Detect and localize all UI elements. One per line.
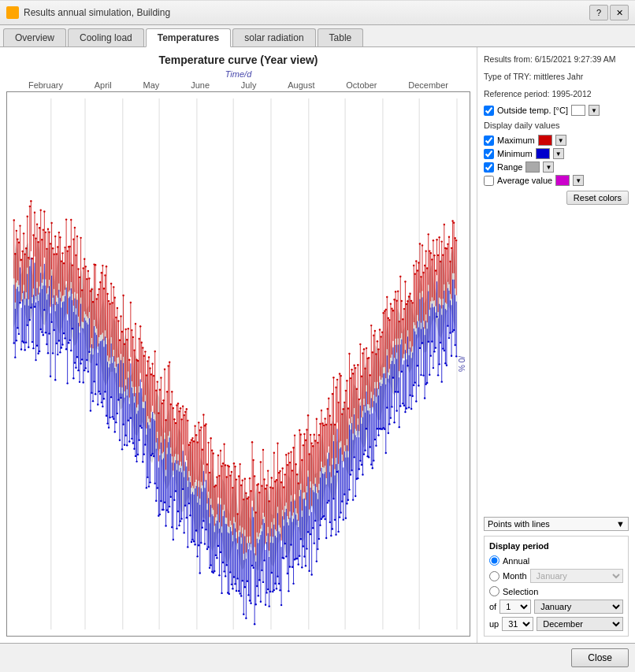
of-label: of	[489, 602, 496, 611]
minimum-row: Minimum ▼	[484, 148, 629, 159]
maximum-checkbox[interactable]	[484, 136, 494, 146]
footer: Close	[0, 643, 635, 672]
tab-solar-radiation[interactable]: solar radiation	[232, 28, 315, 46]
month-dec: December	[408, 80, 448, 90]
tab-overview[interactable]: Overview	[3, 28, 66, 46]
month-radio[interactable]	[489, 571, 499, 581]
display-period-title: Display period	[489, 541, 623, 551]
chart-title: Temperature curve (Year view)	[6, 54, 470, 66]
chart-area: Temperature curve (Year view) Time/d Feb…	[0, 47, 477, 643]
outside-temp-dropdown-btn[interactable]: ▼	[589, 105, 600, 116]
up-value-select[interactable]: 31	[502, 617, 533, 631]
minimum-label: Minimum	[497, 149, 533, 158]
month-jul: July	[241, 80, 257, 90]
app-icon	[6, 6, 19, 19]
average-row: Average value ▼	[484, 175, 629, 186]
annual-label: Annual	[503, 556, 529, 566]
maximum-row: Maximum ▼	[484, 135, 629, 146]
month-radio-row: Month January February	[489, 569, 623, 583]
month-label: Month	[503, 571, 527, 581]
tab-cooling-load[interactable]: Cooling load	[68, 28, 144, 46]
spacer	[484, 210, 629, 512]
chart-type-dropdown[interactable]: Points with lines ▼	[484, 517, 629, 531]
maximum-color-dropdown[interactable]: ▼	[555, 135, 566, 146]
of-month-select[interactable]: January	[534, 600, 623, 614]
right-panel: Results from: 6/15/2021 9:27:39 AM Type …	[477, 47, 635, 643]
maximum-color-swatch[interactable]	[538, 135, 552, 146]
month-aug: August	[288, 80, 314, 90]
tab-temperatures[interactable]: Temperatures	[146, 28, 231, 47]
x-axis-months: February April May June July August Octo…	[6, 80, 470, 90]
month-jun: June	[191, 80, 210, 90]
display-period-section: Display period Annual Month January Febr…	[484, 536, 629, 637]
range-label: Range	[497, 162, 522, 172]
results-from-text: Results from: 6/15/2021 9:27:39 AM	[484, 54, 629, 66]
minimum-color-dropdown[interactable]: ▼	[553, 148, 564, 159]
daily-values-label: Display daily values	[484, 121, 629, 130]
window-title: Results annual simulation, Building	[24, 7, 589, 18]
title-bar-controls: ? ✕	[589, 5, 629, 20]
x-axis-label: Time/d	[6, 69, 470, 79]
chart-type-label: Points with lines	[488, 519, 616, 529]
daily-values-section: Maximum ▼ Minimum ▼ Range ▼ Aver	[484, 135, 629, 186]
month-oct: October	[346, 80, 377, 90]
range-row: Range ▼	[484, 162, 629, 173]
month-feb: February	[28, 80, 63, 90]
annual-radio-row: Annual	[489, 555, 623, 566]
month-apr: April	[95, 80, 112, 90]
main-content: Temperature curve (Year view) Time/d Feb…	[0, 47, 635, 643]
up-row: up 31 December	[489, 617, 623, 631]
average-color-swatch[interactable]	[555, 175, 570, 186]
close-window-button[interactable]: ✕	[610, 5, 629, 20]
chart-container: % 0/ /* generated below */	[6, 91, 470, 637]
outside-temp-checkbox[interactable]	[484, 106, 494, 116]
annual-radio[interactable]	[489, 555, 499, 566]
month-may: May	[143, 80, 160, 90]
range-checkbox[interactable]	[484, 162, 494, 173]
tab-table[interactable]: Table	[318, 28, 364, 46]
close-button[interactable]: Close	[571, 648, 629, 667]
average-checkbox[interactable]	[484, 176, 494, 186]
type-try-text: Type of TRY: mittleres Jahr	[484, 71, 629, 84]
chart-type-arrow: ▼	[616, 519, 625, 529]
month-select[interactable]: January February	[530, 569, 623, 583]
range-color-dropdown[interactable]: ▼	[543, 162, 554, 173]
outside-temp-color-box[interactable]	[571, 105, 585, 116]
selection-radio[interactable]	[489, 586, 499, 596]
title-bar: Results annual simulation, Building ? ✕	[0, 0, 635, 25]
selection-radio-row: Selection	[489, 586, 623, 596]
minimum-color-swatch[interactable]	[536, 148, 550, 159]
reset-colors-button[interactable]: Reset colors	[566, 191, 629, 205]
of-row: of 1 January	[489, 600, 623, 614]
average-label: Average value	[497, 176, 552, 185]
selection-label: Selection	[503, 587, 538, 596]
temperature-chart-canvas	[7, 92, 470, 636]
help-button[interactable]: ?	[589, 5, 608, 20]
tabs-bar: Overview Cooling load Temperatures solar…	[0, 25, 635, 47]
outside-temp-label: Outside temp. [°C]	[497, 106, 568, 115]
reference-period-text: Reference period: 1995-2012	[484, 88, 629, 101]
up-month-select[interactable]: December	[537, 617, 623, 631]
of-value-select[interactable]: 1	[499, 600, 531, 614]
average-color-dropdown[interactable]: ▼	[573, 175, 584, 186]
range-color-swatch[interactable]	[525, 162, 540, 173]
outside-temp-row: Outside temp. [°C] ▼	[484, 105, 629, 116]
minimum-checkbox[interactable]	[484, 149, 494, 159]
maximum-label: Maximum	[497, 136, 535, 145]
up-label: up	[489, 619, 499, 629]
